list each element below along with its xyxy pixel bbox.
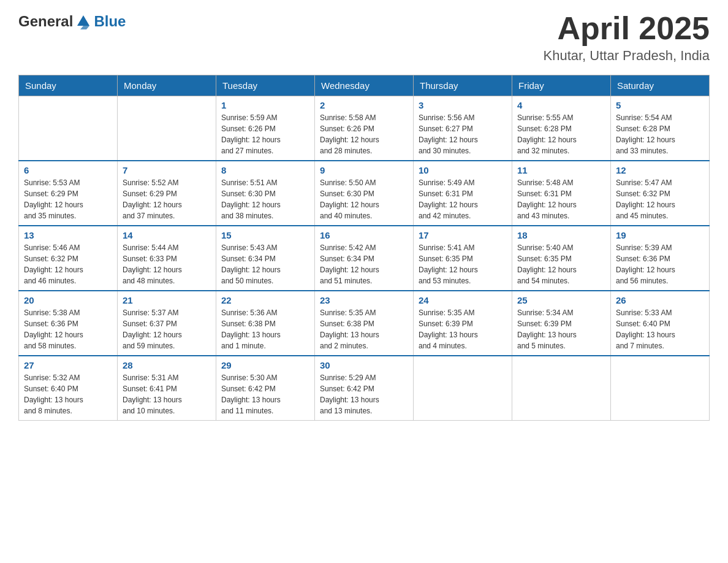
day-number: 17 (419, 230, 507, 240)
day-info: Sunrise: 5:31 AM Sunset: 6:41 PM Dayligh… (123, 372, 211, 416)
calendar-cell: 5Sunrise: 5:54 AM Sunset: 6:28 PM Daylig… (611, 96, 710, 161)
day-info: Sunrise: 5:40 AM Sunset: 6:35 PM Dayligh… (517, 242, 605, 286)
logo-blue: Blue (94, 13, 126, 30)
day-header-monday: Monday (118, 75, 216, 96)
day-info: Sunrise: 5:46 AM Sunset: 6:32 PM Dayligh… (24, 242, 112, 286)
calendar-week-row: 20Sunrise: 5:38 AM Sunset: 6:36 PM Dayli… (19, 291, 710, 356)
day-info: Sunrise: 5:44 AM Sunset: 6:33 PM Dayligh… (123, 242, 211, 286)
day-info: Sunrise: 5:54 AM Sunset: 6:28 PM Dayligh… (616, 112, 704, 156)
calendar-cell (512, 356, 611, 421)
day-number: 10 (419, 165, 507, 175)
day-number: 25 (517, 295, 605, 305)
month-title: April 2025 (544, 12, 710, 44)
day-number: 27 (24, 360, 112, 370)
day-header-saturday: Saturday (611, 75, 710, 96)
day-number: 21 (123, 295, 211, 305)
logo-general: General (18, 13, 73, 30)
calendar-cell: 6Sunrise: 5:53 AM Sunset: 6:29 PM Daylig… (19, 161, 118, 226)
calendar-cell: 2Sunrise: 5:58 AM Sunset: 6:26 PM Daylig… (315, 96, 414, 161)
day-info: Sunrise: 5:56 AM Sunset: 6:27 PM Dayligh… (419, 112, 507, 156)
calendar-cell: 26Sunrise: 5:33 AM Sunset: 6:40 PM Dayli… (611, 291, 710, 356)
logo: General Blue (18, 12, 126, 31)
day-info: Sunrise: 5:36 AM Sunset: 6:38 PM Dayligh… (221, 307, 309, 351)
calendar-cell (414, 356, 512, 421)
day-info: Sunrise: 5:47 AM Sunset: 6:32 PM Dayligh… (616, 177, 704, 221)
day-info: Sunrise: 5:48 AM Sunset: 6:31 PM Dayligh… (517, 177, 605, 221)
day-info: Sunrise: 5:30 AM Sunset: 6:42 PM Dayligh… (221, 372, 309, 416)
calendar-cell: 9Sunrise: 5:50 AM Sunset: 6:30 PM Daylig… (315, 161, 414, 226)
day-info: Sunrise: 5:29 AM Sunset: 6:42 PM Dayligh… (320, 372, 408, 416)
day-info: Sunrise: 5:58 AM Sunset: 6:26 PM Dayligh… (320, 112, 408, 156)
day-number: 24 (419, 295, 507, 305)
day-number: 16 (320, 230, 408, 240)
day-info: Sunrise: 5:32 AM Sunset: 6:40 PM Dayligh… (24, 372, 112, 416)
day-info: Sunrise: 5:51 AM Sunset: 6:30 PM Dayligh… (221, 177, 309, 221)
day-number: 3 (419, 100, 507, 110)
calendar-cell: 24Sunrise: 5:35 AM Sunset: 6:39 PM Dayli… (414, 291, 512, 356)
day-info: Sunrise: 5:52 AM Sunset: 6:29 PM Dayligh… (123, 177, 211, 221)
day-info: Sunrise: 5:35 AM Sunset: 6:39 PM Dayligh… (419, 307, 507, 351)
day-info: Sunrise: 5:49 AM Sunset: 6:31 PM Dayligh… (419, 177, 507, 221)
page-header: General Blue April 2025 Khutar, Uttar Pr… (18, 12, 710, 64)
day-info: Sunrise: 5:59 AM Sunset: 6:26 PM Dayligh… (221, 112, 309, 156)
day-info: Sunrise: 5:39 AM Sunset: 6:36 PM Dayligh… (616, 242, 704, 286)
calendar-cell: 14Sunrise: 5:44 AM Sunset: 6:33 PM Dayli… (118, 226, 216, 291)
day-number: 19 (616, 230, 704, 240)
day-info: Sunrise: 5:37 AM Sunset: 6:37 PM Dayligh… (123, 307, 211, 351)
day-info: Sunrise: 5:55 AM Sunset: 6:28 PM Dayligh… (517, 112, 605, 156)
calendar-cell: 28Sunrise: 5:31 AM Sunset: 6:41 PM Dayli… (118, 356, 216, 421)
calendar-cell (611, 356, 710, 421)
day-number: 11 (517, 165, 605, 175)
calendar-cell (19, 96, 118, 161)
calendar-week-row: 27Sunrise: 5:32 AM Sunset: 6:40 PM Dayli… (19, 356, 710, 421)
day-number: 12 (616, 165, 704, 175)
calendar-cell: 16Sunrise: 5:42 AM Sunset: 6:34 PM Dayli… (315, 226, 414, 291)
day-info: Sunrise: 5:50 AM Sunset: 6:30 PM Dayligh… (320, 177, 408, 221)
day-number: 13 (24, 230, 112, 240)
day-number: 30 (320, 360, 408, 370)
calendar-cell: 4Sunrise: 5:55 AM Sunset: 6:28 PM Daylig… (512, 96, 611, 161)
day-number: 23 (320, 295, 408, 305)
day-info: Sunrise: 5:41 AM Sunset: 6:35 PM Dayligh… (419, 242, 507, 286)
calendar-cell: 7Sunrise: 5:52 AM Sunset: 6:29 PM Daylig… (118, 161, 216, 226)
day-info: Sunrise: 5:43 AM Sunset: 6:34 PM Dayligh… (221, 242, 309, 286)
calendar-week-row: 13Sunrise: 5:46 AM Sunset: 6:32 PM Dayli… (19, 226, 710, 291)
location-title: Khutar, Uttar Pradesh, India (544, 48, 710, 64)
day-number: 9 (320, 165, 408, 175)
calendar-cell: 29Sunrise: 5:30 AM Sunset: 6:42 PM Dayli… (216, 356, 315, 421)
calendar-cell: 11Sunrise: 5:48 AM Sunset: 6:31 PM Dayli… (512, 161, 611, 226)
day-number: 2 (320, 100, 408, 110)
calendar-cell: 23Sunrise: 5:35 AM Sunset: 6:38 PM Dayli… (315, 291, 414, 356)
calendar-cell: 27Sunrise: 5:32 AM Sunset: 6:40 PM Dayli… (19, 356, 118, 421)
day-info: Sunrise: 5:53 AM Sunset: 6:29 PM Dayligh… (24, 177, 112, 221)
calendar-week-row: 1Sunrise: 5:59 AM Sunset: 6:26 PM Daylig… (19, 96, 710, 161)
day-number: 14 (123, 230, 211, 240)
svg-marker-0 (77, 15, 89, 26)
calendar-cell: 25Sunrise: 5:34 AM Sunset: 6:39 PM Dayli… (512, 291, 611, 356)
day-number: 26 (616, 295, 704, 305)
calendar-cell: 21Sunrise: 5:37 AM Sunset: 6:37 PM Dayli… (118, 291, 216, 356)
logo-icon (74, 12, 93, 31)
day-number: 15 (221, 230, 309, 240)
calendar-cell: 17Sunrise: 5:41 AM Sunset: 6:35 PM Dayli… (414, 226, 512, 291)
day-number: 20 (24, 295, 112, 305)
day-header-wednesday: Wednesday (315, 75, 414, 96)
day-number: 5 (616, 100, 704, 110)
calendar-cell: 3Sunrise: 5:56 AM Sunset: 6:27 PM Daylig… (414, 96, 512, 161)
calendar-cell (118, 96, 216, 161)
calendar-cell: 19Sunrise: 5:39 AM Sunset: 6:36 PM Dayli… (611, 226, 710, 291)
day-info: Sunrise: 5:42 AM Sunset: 6:34 PM Dayligh… (320, 242, 408, 286)
calendar-cell: 1Sunrise: 5:59 AM Sunset: 6:26 PM Daylig… (216, 96, 315, 161)
day-number: 18 (517, 230, 605, 240)
day-number: 29 (221, 360, 309, 370)
calendar-cell: 8Sunrise: 5:51 AM Sunset: 6:30 PM Daylig… (216, 161, 315, 226)
day-number: 8 (221, 165, 309, 175)
calendar-cell: 15Sunrise: 5:43 AM Sunset: 6:34 PM Dayli… (216, 226, 315, 291)
day-info: Sunrise: 5:35 AM Sunset: 6:38 PM Dayligh… (320, 307, 408, 351)
day-header-thursday: Thursday (414, 75, 512, 96)
day-header-tuesday: Tuesday (216, 75, 315, 96)
calendar-header-row: SundayMondayTuesdayWednesdayThursdayFrid… (19, 75, 710, 96)
calendar-cell: 20Sunrise: 5:38 AM Sunset: 6:36 PM Dayli… (19, 291, 118, 356)
calendar-cell: 18Sunrise: 5:40 AM Sunset: 6:35 PM Dayli… (512, 226, 611, 291)
calendar-cell: 22Sunrise: 5:36 AM Sunset: 6:38 PM Dayli… (216, 291, 315, 356)
